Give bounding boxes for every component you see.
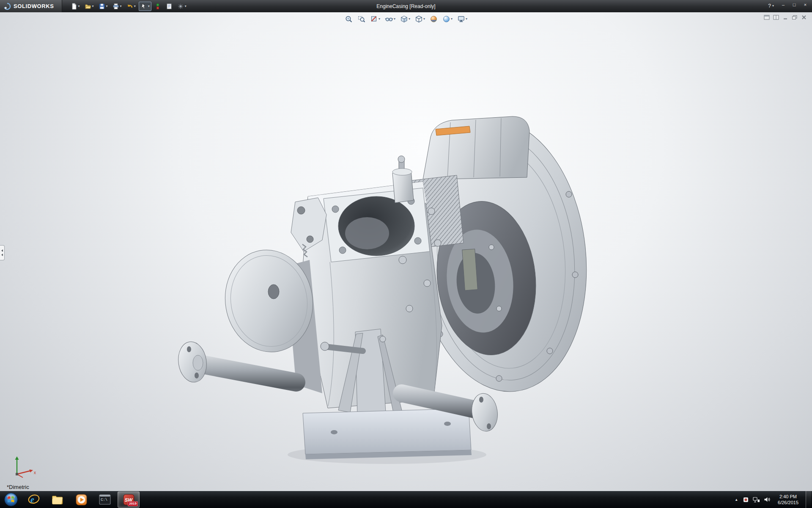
open-button[interactable]: ▾: [83, 2, 96, 11]
dropdown-icon[interactable]: ▾: [772, 4, 774, 8]
split-window-icon: [773, 15, 779, 20]
minimize-document-button[interactable]: [782, 15, 788, 20]
dropdown-icon[interactable]: ▾: [148, 5, 150, 8]
taskbar-clock[interactable]: 2:40 PM 6/26/2015: [774, 494, 802, 505]
open-folder-icon: [85, 3, 91, 10]
window-controls: – □ ×: [778, 0, 812, 8]
zoom-to-fit-button[interactable]: [344, 14, 354, 24]
new-document-button[interactable]: ▾: [69, 2, 82, 11]
clock-date: 6/26/2015: [778, 500, 798, 505]
document-title: EngineCasing [Read-only]: [376, 3, 435, 9]
orientation-triad: x: [11, 453, 38, 478]
view-settings-monitor-icon: [457, 15, 465, 23]
show-hidden-icons-button[interactable]: ▲: [734, 498, 739, 502]
close-button[interactable]: ×: [800, 1, 810, 8]
graphics-viewport[interactable]: ▾ ▾ ▾ ▾: [0, 12, 812, 491]
taskbar-command-prompt[interactable]: C:\: [94, 491, 116, 508]
zoom-to-area-button[interactable]: [357, 14, 366, 24]
hide-show-items-button[interactable]: ▾: [384, 14, 396, 24]
select-cursor-icon: [140, 3, 147, 10]
top-stub: [392, 156, 414, 203]
carb-flange: [324, 188, 430, 262]
taskbar-internet-explorer[interactable]: e: [23, 491, 45, 508]
triad-x-label: x: [34, 470, 36, 475]
heads-up-view-toolbar: ▾ ▾ ▾ ▾: [344, 14, 468, 24]
options-button[interactable]: ▾: [176, 2, 188, 11]
dropdown-icon[interactable]: ▾: [409, 17, 410, 21]
solidworks-logo: SOLIDWORKS: [0, 0, 62, 12]
triad-x-arrow: [29, 469, 33, 472]
display-style-button[interactable]: ▾: [414, 14, 426, 24]
taskbar-file-explorer[interactable]: [47, 491, 69, 508]
dropdown-icon[interactable]: ▾: [78, 5, 80, 8]
dropdown-icon[interactable]: ▾: [92, 5, 94, 8]
system-tray: ▲ 2:40 PM 6/26/2015: [734, 491, 812, 508]
casing-top-tower: [423, 116, 529, 179]
save-button[interactable]: ▾: [97, 2, 110, 11]
appearance-ball-icon: [430, 15, 438, 23]
save-icon: [99, 3, 105, 10]
view-orientation-button[interactable]: ▾: [399, 14, 411, 24]
dropdown-icon[interactable]: ▾: [106, 5, 108, 8]
dropdown-icon[interactable]: ▾: [423, 17, 425, 21]
file-properties-button[interactable]: [164, 2, 174, 11]
titlebar-right: ? ▾ – □ ×: [764, 0, 812, 12]
undo-button[interactable]: ▾: [125, 2, 137, 11]
minimize-button[interactable]: –: [778, 1, 788, 8]
windows-start-orb-icon: [4, 492, 18, 507]
media-player-icon: [76, 494, 87, 505]
section-view-icon: [370, 15, 378, 23]
triad-y-arrow: [15, 456, 19, 460]
dropdown-icon[interactable]: ▾: [466, 17, 467, 21]
dropdown-icon[interactable]: ▾: [185, 5, 187, 8]
ds-logo-icon: [3, 3, 11, 10]
rebuild-icon: [154, 3, 161, 10]
base-plate: [303, 409, 472, 459]
dropdown-icon[interactable]: ▾: [379, 17, 380, 21]
panel-flyout-tab[interactable]: [0, 245, 5, 260]
close-document-button[interactable]: [801, 15, 807, 20]
main-toolbar: ▾ ▾ ▾ ▾: [69, 2, 188, 11]
gear-icon: [177, 3, 184, 10]
print-button[interactable]: ▾: [111, 2, 123, 11]
restore-icon: [792, 15, 798, 20]
maximize-button[interactable]: □: [789, 1, 799, 8]
network-icon[interactable]: [753, 497, 760, 503]
close-icon: [801, 15, 807, 20]
rebuild-button[interactable]: [153, 2, 163, 11]
section-view-button[interactable]: ▾: [369, 14, 381, 24]
dropdown-icon[interactable]: ▾: [120, 5, 122, 8]
command-prompt-icon: C:\: [99, 494, 111, 505]
help-button[interactable]: ? ▾: [764, 0, 778, 12]
volume-icon[interactable]: [764, 497, 771, 502]
scene-ball-icon: [442, 15, 450, 23]
apply-scene-button[interactable]: ▾: [442, 14, 453, 24]
taskbar-media-player[interactable]: [70, 491, 92, 508]
solidworks-version-badge: 2015: [128, 501, 138, 506]
engine-casing-model[interactable]: [0, 12, 812, 491]
document-window-controls: [764, 15, 807, 20]
zoom-to-area-icon: [357, 15, 365, 23]
windows-taskbar: e C:\ SW: [0, 491, 812, 508]
restore-document-button[interactable]: [792, 15, 798, 20]
file-properties-icon: [166, 3, 173, 10]
show-desktop-button[interactable]: [806, 491, 811, 508]
view-settings-button[interactable]: ▾: [456, 14, 468, 24]
clock-time: 2:40 PM: [778, 494, 798, 500]
dropdown-icon[interactable]: ▾: [134, 5, 136, 8]
select-button[interactable]: ▾: [139, 2, 151, 11]
taskbar-solidworks-2015[interactable]: SW 2015: [118, 491, 140, 508]
display-style-cube-icon: [415, 15, 423, 23]
edit-appearance-button[interactable]: [429, 14, 439, 24]
dropdown-icon[interactable]: ▾: [451, 17, 453, 21]
folder-icon: [52, 494, 63, 505]
split-window-button[interactable]: [773, 15, 779, 20]
svg-text:C:\: C:\: [101, 498, 107, 502]
internet-explorer-icon: e: [28, 494, 40, 505]
zoom-to-fit-icon: [345, 15, 353, 23]
print-icon: [112, 3, 119, 10]
start-button[interactable]: [0, 491, 22, 508]
dropdown-icon[interactable]: ▾: [394, 17, 395, 21]
new-window-button[interactable]: [764, 15, 770, 20]
tray-app-icon[interactable]: [743, 497, 749, 503]
